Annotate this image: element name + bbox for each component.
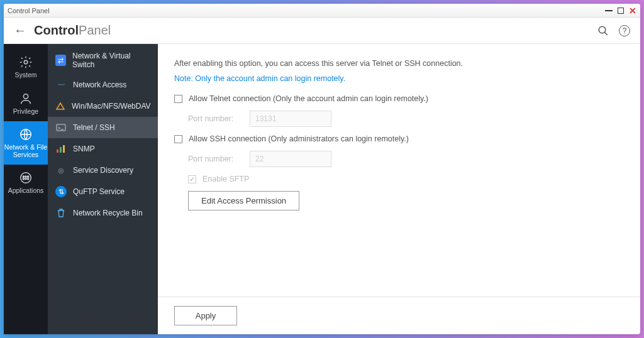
subnav-label: Network Access [73, 80, 126, 89]
titlebar[interactable]: Control Panel ✕ [4, 4, 640, 18]
bars-icon [55, 143, 67, 155]
ssh-port-row: Port number: [188, 151, 624, 167]
svg-point-11 [28, 178, 29, 180]
ssh-port-label: Port number: [188, 155, 243, 163]
svg-point-2 [24, 60, 28, 64]
app-body: System Privilege Network & File Services… [4, 44, 640, 334]
subnav-label: Service Discovery [73, 166, 133, 175]
rail-label: Applications [8, 187, 44, 195]
rail-item-network[interactable]: Network & File Services [4, 121, 48, 165]
ftp-icon: ⇅ [55, 186, 67, 197]
subnav-item-telnet-ssh[interactable]: Telnet / SSH [48, 117, 158, 138]
maximize-icon[interactable] [618, 8, 624, 14]
subnav-label: Telnet / SSH [73, 123, 115, 132]
subnav-item-snmp[interactable]: SNMP [48, 138, 158, 160]
telnet-port-row: Port number: [188, 111, 624, 127]
apply-button[interactable]: Apply [174, 306, 237, 325]
gear-icon [19, 55, 33, 69]
content-pane: After enabling this option, you can acce… [158, 44, 640, 334]
help-icon[interactable]: ? [619, 25, 630, 36]
svg-point-0 [599, 26, 606, 33]
app-title-light: Panel [79, 23, 111, 37]
svg-line-1 [604, 32, 608, 35]
svg-point-8 [28, 176, 29, 177]
window-controls: ✕ [605, 6, 636, 15]
radar-icon: ◎ [55, 165, 67, 176]
app-header: ← ControlPanel ? [4, 18, 640, 44]
content-scroll[interactable]: After enabling this option, you can acce… [158, 44, 640, 297]
svg-point-10 [25, 178, 26, 180]
minimize-icon[interactable] [605, 10, 613, 11]
pulse-icon: 〰 [55, 79, 67, 90]
note-text: Note: Only the account admin can login r… [174, 74, 624, 83]
subnav-label: Network & Virtual Switch [72, 52, 150, 69]
rail-item-system[interactable]: System [4, 49, 48, 85]
subnav-label: SNMP [73, 144, 95, 153]
user-icon [19, 92, 33, 106]
subnav-item-nvs[interactable]: ⇄ Network & Virtual Switch [48, 46, 158, 74]
category-rail: System Privilege Network & File Services… [4, 44, 48, 334]
app-window: Control Panel ✕ ← ControlPanel ? System … [4, 4, 640, 334]
content-footer: Apply [158, 297, 640, 334]
apps-icon [19, 171, 33, 185]
subnav: ⇄ Network & Virtual Switch 〰 Network Acc… [48, 44, 158, 334]
back-icon[interactable]: ← [14, 23, 26, 38]
window-title: Control Panel [8, 7, 605, 14]
subnav-item-network-access[interactable]: 〰 Network Access [48, 74, 158, 95]
telnet-checkbox[interactable] [174, 95, 182, 103]
svg-rect-16 [63, 145, 65, 153]
header-actions: ? [597, 25, 630, 36]
telnet-row: Allow Telnet connection (Only the accoun… [174, 94, 624, 103]
subnav-label: QuFTP Service [73, 187, 125, 196]
triangle-icon [55, 101, 65, 112]
svg-rect-14 [57, 150, 58, 153]
rail-label: Privilege [13, 108, 38, 116]
ssh-label: Allow SSH connection (Only administrator… [189, 134, 409, 143]
globe-icon [19, 128, 33, 141]
ssh-row: Allow SSH connection (Only administrator… [174, 134, 624, 143]
subnav-item-service-discovery[interactable]: ◎ Service Discovery [48, 160, 158, 181]
subnav-item-recycle-bin[interactable]: Network Recycle Bin [48, 202, 158, 224]
sftp-row: Enable SFTP [188, 175, 624, 183]
description-text: After enabling this option, you can acce… [174, 59, 624, 68]
subnav-label: Network Recycle Bin [73, 209, 143, 217]
svg-marker-12 [57, 103, 64, 109]
svg-rect-15 [60, 147, 62, 153]
sftp-label: Enable SFTP [203, 175, 249, 183]
svg-point-6 [23, 176, 24, 177]
telnet-port-input[interactable] [250, 111, 331, 127]
app-title-bold: Control [34, 23, 79, 37]
sftp-checkbox[interactable] [188, 175, 196, 183]
telnet-port-label: Port number: [188, 114, 243, 123]
switch-icon: ⇄ [55, 55, 66, 66]
svg-point-7 [25, 176, 26, 177]
search-icon[interactable] [597, 25, 609, 36]
ssh-checkbox[interactable] [174, 135, 182, 143]
rail-item-privilege[interactable]: Privilege [4, 85, 48, 122]
edit-access-row: Edit Access Permission [188, 191, 624, 210]
subnav-label: Win/Mac/NFS/WebDAV [72, 102, 151, 111]
terminal-icon [55, 122, 67, 133]
svg-point-9 [23, 178, 24, 180]
rail-label: Network & File Services [4, 144, 48, 158]
rail-item-applications[interactable]: Applications [4, 165, 48, 201]
trash-icon [55, 207, 67, 219]
edit-access-button[interactable]: Edit Access Permission [188, 191, 299, 210]
telnet-label: Allow Telnet connection (Only the accoun… [189, 94, 428, 103]
close-icon[interactable]: ✕ [629, 6, 636, 15]
subnav-item-quftp[interactable]: ⇅ QuFTP Service [48, 181, 158, 202]
subnav-item-winmac[interactable]: Win/Mac/NFS/WebDAV [48, 95, 158, 117]
rail-label: System [14, 72, 36, 79]
ssh-port-input[interactable] [250, 151, 331, 167]
svg-point-3 [23, 94, 28, 98]
app-title: ControlPanel [34, 23, 111, 38]
